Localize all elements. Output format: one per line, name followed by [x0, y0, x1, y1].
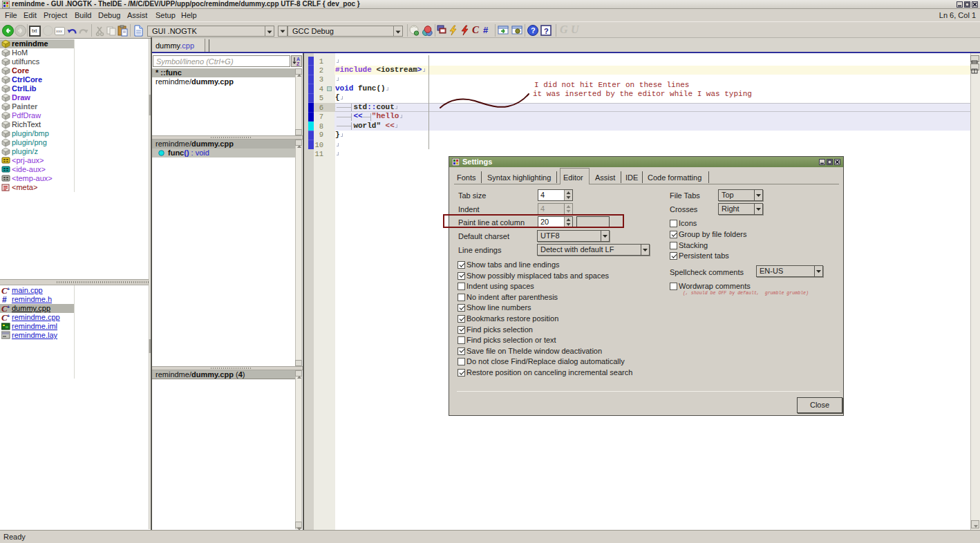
svg-text:A: A [296, 57, 300, 61]
svg-text:?: ? [544, 27, 549, 35]
svg-text:?: ? [531, 26, 536, 35]
svg-text:+: + [7, 305, 10, 309]
svg-text:+: + [7, 287, 10, 292]
svg-text:+: + [7, 314, 10, 318]
svg-text:Z: Z [296, 61, 300, 66]
svg-text:#: # [2, 295, 7, 304]
